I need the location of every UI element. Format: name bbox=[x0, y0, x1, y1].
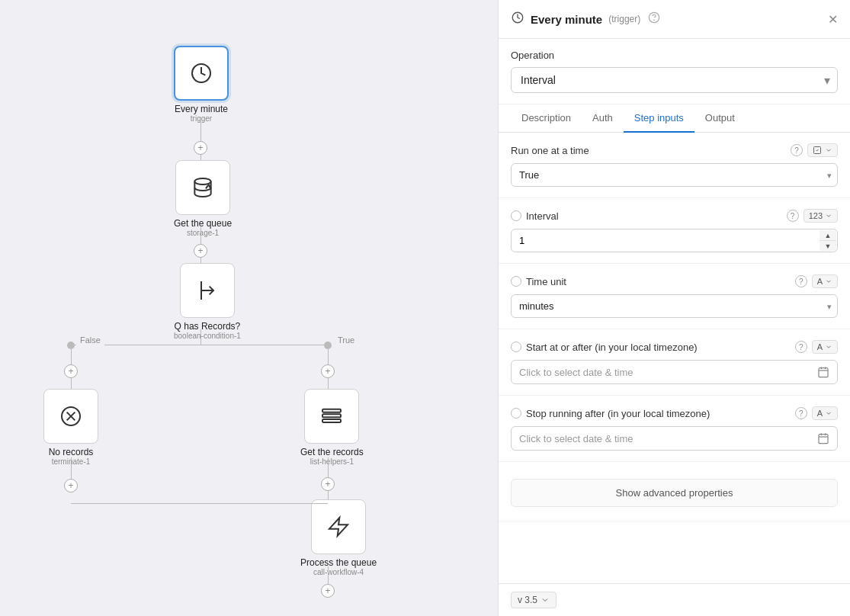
start-at-type-label: A bbox=[817, 342, 823, 351]
time-unit-type-badge[interactable]: A bbox=[812, 274, 838, 288]
start-at-calendar-icon bbox=[817, 366, 829, 378]
version-badge[interactable]: v 3.5 bbox=[511, 592, 557, 608]
help-icon[interactable] bbox=[648, 11, 660, 27]
stop-after-type-badge[interactable]: A bbox=[812, 406, 838, 420]
trigger-badge: (trigger) bbox=[608, 14, 640, 24]
field-help-run-one[interactable]: ? bbox=[791, 144, 803, 156]
svg-rect-7 bbox=[322, 414, 341, 417]
field-title-start-at: Start at or after (in your local timezon… bbox=[526, 342, 791, 353]
connector-v-true3 bbox=[328, 457, 329, 479]
branch-dot-true bbox=[324, 342, 332, 349]
add-node-btn-2[interactable]: + bbox=[194, 244, 207, 258]
node-every-minute[interactable]: Every minute trigger bbox=[174, 46, 229, 123]
bottom-bar: v 3.5 bbox=[499, 583, 850, 616]
svg-rect-18 bbox=[819, 435, 828, 444]
add-node-btn-false[interactable]: + bbox=[64, 364, 78, 378]
node-box-q-has-records[interactable] bbox=[180, 263, 235, 318]
time-unit-badge-chevron-icon bbox=[825, 278, 832, 285]
node-box-get-queue[interactable] bbox=[175, 160, 230, 215]
tabs-bar: Description Auth Step inputs Output bbox=[499, 104, 850, 133]
right-panel: Every minute (trigger) ✕ Operation Inter… bbox=[498, 0, 850, 616]
list-icon bbox=[319, 404, 344, 428]
show-advanced-button[interactable]: Show advanced properties bbox=[511, 479, 838, 507]
version-label: v 3.5 bbox=[518, 595, 537, 605]
node-get-queue[interactable]: Get the queue storage-1 bbox=[174, 160, 232, 237]
field-interval: Interval ? 123 ▲ ▼ bbox=[499, 198, 850, 264]
field-help-stop-after[interactable]: ? bbox=[795, 407, 807, 419]
connector-v-branch bbox=[200, 329, 201, 345]
field-start-at: Start at or after (in your local timezon… bbox=[499, 329, 850, 396]
node-sub-q-has-records: boolean-condition-1 bbox=[174, 332, 241, 340]
stop-after-badge-chevron-icon bbox=[825, 409, 832, 417]
svg-rect-8 bbox=[322, 419, 341, 422]
time-unit-type-label: A bbox=[817, 277, 823, 286]
field-help-start-at[interactable]: ? bbox=[795, 341, 807, 353]
node-no-records[interactable]: No records terminate-1 bbox=[43, 389, 98, 466]
add-node-btn-false2[interactable]: + bbox=[64, 479, 78, 492]
node-box-process-queue[interactable] bbox=[311, 499, 366, 554]
field-help-interval[interactable]: ? bbox=[787, 210, 799, 222]
interval-stepper: ▲ ▼ bbox=[820, 230, 836, 251]
panel-title: Every minute bbox=[531, 13, 602, 26]
svg-point-1 bbox=[194, 178, 210, 184]
field-title-time-unit: Time unit bbox=[526, 276, 791, 287]
tab-step-inputs[interactable]: Step inputs bbox=[624, 104, 694, 133]
svg-rect-14 bbox=[819, 368, 828, 377]
connector-v-false3 bbox=[71, 457, 72, 480]
start-at-type-badge[interactable]: A bbox=[812, 340, 838, 354]
workflow-canvas: Every minute trigger + Get the queue sto… bbox=[0, 0, 498, 616]
start-at-badge-chevron-icon bbox=[825, 343, 832, 351]
node-box-get-records[interactable] bbox=[304, 389, 359, 444]
interval-decrement-button[interactable]: ▼ bbox=[820, 241, 836, 251]
checkbox-icon bbox=[813, 146, 822, 155]
tab-description[interactable]: Description bbox=[511, 104, 582, 133]
tab-auth[interactable]: Auth bbox=[582, 104, 624, 133]
version-chevron-icon bbox=[540, 595, 550, 605]
step-inputs-area: Run one at a time ? True ▾ In bbox=[499, 133, 850, 583]
field-radio-start-at bbox=[511, 342, 521, 352]
interval-increment-button[interactable]: ▲ bbox=[820, 230, 836, 241]
node-process-queue[interactable]: Process the queue call-workflow-4 bbox=[300, 499, 377, 576]
field-radio-interval bbox=[511, 210, 521, 221]
panel-header: Every minute (trigger) ✕ bbox=[499, 0, 850, 39]
terminate-icon bbox=[59, 404, 83, 428]
svg-point-12 bbox=[654, 20, 655, 21]
add-node-btn-1[interactable]: + bbox=[194, 141, 207, 155]
start-at-date-input[interactable]: Click to select date & time bbox=[511, 360, 838, 384]
field-run-one-at-a-time: Run one at a time ? True ▾ bbox=[499, 133, 850, 198]
connector-v-false bbox=[71, 349, 72, 366]
node-box-no-records[interactable] bbox=[43, 389, 98, 444]
run-one-select[interactable]: True bbox=[511, 163, 838, 187]
run-one-type-badge[interactable] bbox=[807, 143, 838, 157]
interval-type-badge[interactable]: 123 bbox=[803, 209, 838, 223]
node-sub-process-queue: call-workflow-4 bbox=[300, 568, 377, 576]
connector-h-join bbox=[71, 503, 328, 504]
add-node-btn-true[interactable]: + bbox=[321, 364, 335, 378]
tab-output[interactable]: Output bbox=[694, 104, 746, 133]
add-node-btn-true3[interactable]: + bbox=[321, 584, 335, 598]
operation-label: Operation bbox=[511, 50, 838, 61]
field-help-time-unit[interactable]: ? bbox=[795, 275, 807, 287]
add-node-btn-true2[interactable]: + bbox=[321, 477, 335, 491]
stop-after-date-input[interactable]: Click to select date & time bbox=[511, 426, 838, 451]
node-box-every-minute[interactable] bbox=[174, 46, 229, 101]
interval-badge-chevron-icon bbox=[825, 212, 832, 220]
field-title-run-one: Run one at a time bbox=[511, 145, 786, 156]
node-label-process-queue: Process the queue bbox=[300, 557, 377, 568]
node-q-has-records[interactable]: Q has Records? boolean-condition-1 bbox=[174, 263, 241, 340]
field-title-interval: Interval bbox=[526, 210, 782, 222]
node-get-records[interactable]: Get the records list-helpers-1 bbox=[300, 389, 364, 466]
storage-icon bbox=[191, 175, 215, 200]
svg-rect-6 bbox=[322, 409, 341, 412]
false-label: False bbox=[76, 334, 104, 346]
connector-v-true bbox=[328, 349, 329, 366]
operation-select[interactable]: Interval bbox=[511, 67, 838, 93]
interval-input[interactable] bbox=[511, 229, 838, 252]
start-at-placeholder: Click to select date & time bbox=[519, 367, 817, 378]
field-radio-stop-after bbox=[511, 408, 521, 419]
close-panel-button[interactable]: ✕ bbox=[828, 12, 838, 27]
connector-v-true5 bbox=[328, 566, 329, 586]
field-title-stop-after: Stop running after (in your local timezo… bbox=[526, 408, 791, 419]
node-label-every-minute: Every minute bbox=[175, 104, 228, 114]
time-unit-select[interactable]: minutes bbox=[511, 294, 838, 318]
